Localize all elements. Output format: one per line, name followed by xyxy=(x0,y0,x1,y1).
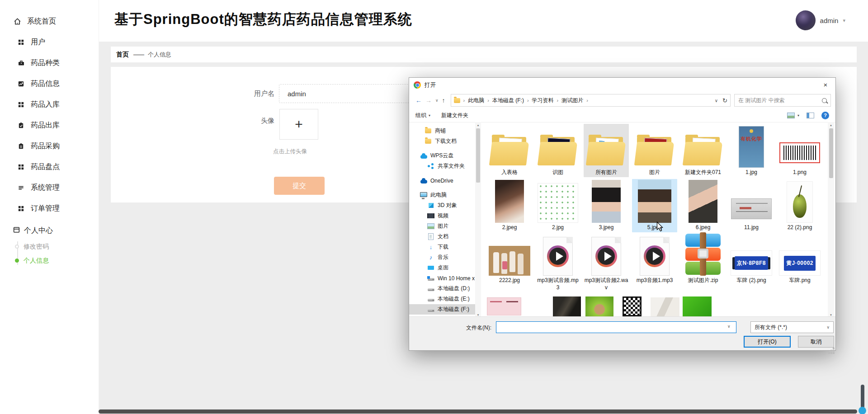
sidebar-item-drug-category[interactable]: 药品种类 xyxy=(0,52,99,73)
open-button[interactable]: 打开(O) xyxy=(744,336,791,348)
help-icon[interactable]: ? xyxy=(821,112,829,119)
file-item[interactable]: 入表格 xyxy=(487,124,532,177)
file-item[interactable]: 22 (2).png xyxy=(777,179,822,232)
nav-item[interactable]: 商铺 xyxy=(409,126,475,136)
filetype-select[interactable]: 所有文件 (*.*) ∨ xyxy=(750,321,834,333)
organize-button[interactable]: 组织 ▾ xyxy=(415,112,430,119)
grid-scrollbar[interactable]: ▴ ▾ xyxy=(828,122,834,318)
nav-item[interactable]: 桌面 xyxy=(409,263,475,273)
nav-item[interactable]: 共享文件夹 xyxy=(409,161,475,171)
scroll-thumb[interactable] xyxy=(476,128,480,183)
file-item[interactable] xyxy=(616,296,648,318)
tree-scrollbar[interactable]: ▴ ▾ xyxy=(475,122,481,318)
scroll-thumb[interactable] xyxy=(829,128,833,178)
view-thumbnails-icon[interactable] xyxy=(787,113,795,118)
vertical-scrollbar[interactable] xyxy=(861,385,864,408)
file-item-hovered[interactable]: 5.jpeg xyxy=(632,179,677,232)
nav-item[interactable]: Win 10 Home x xyxy=(409,273,475,283)
nav-item-selected[interactable]: 本地磁盘 (F:) xyxy=(409,304,475,315)
preview-pane-icon[interactable] xyxy=(807,113,814,118)
file-item[interactable]: 2.jpg xyxy=(535,179,580,232)
sidebar-item-system-admin[interactable]: 系统管理 xyxy=(0,177,99,198)
file-item[interactable] xyxy=(552,296,582,318)
sidebar-item-drug-inbound[interactable]: 药品入库 xyxy=(0,94,99,115)
path-segment[interactable]: 此电脑 xyxy=(468,97,484,104)
avatar[interactable] xyxy=(796,10,816,30)
file-item[interactable]: 有机化学1.jpg xyxy=(729,124,774,177)
scroll-up-icon[interactable]: ▴ xyxy=(828,122,834,128)
cancel-button[interactable]: 取消 xyxy=(798,336,834,348)
nav-item[interactable]: 3D 对象 xyxy=(409,200,475,211)
file-item[interactable]: 黄J·00002车牌.png xyxy=(777,234,822,292)
filename-input[interactable] xyxy=(496,321,736,333)
nav-label: 图片 xyxy=(438,222,448,230)
file-item[interactable] xyxy=(486,296,522,316)
file-item[interactable]: 京N·8P8F8车牌 (2).png xyxy=(729,234,774,292)
new-folder-button[interactable]: 新建文件夹 xyxy=(441,112,468,119)
history-dropdown-icon[interactable]: ∨ xyxy=(435,98,439,103)
file-item[interactable]: 2.jpeg xyxy=(487,179,532,232)
nav-item[interactable]: 本地磁盘 (D:) xyxy=(409,283,475,294)
file-item[interactable]: 6.jpeg xyxy=(680,179,726,232)
file-item[interactable] xyxy=(650,296,680,318)
grid-icon xyxy=(17,38,25,46)
resize-grip[interactable] xyxy=(833,348,835,349)
file-item[interactable]: 2222.jpg xyxy=(487,234,532,292)
path-box[interactable]: › 此电脑 › 本地磁盘 (F:) › 学习资料 › 测试图片 › ∨ ↻ xyxy=(451,94,731,107)
sidebar-item-home[interactable]: 系统首页 xyxy=(0,11,99,32)
nav-item[interactable]: 此电脑 xyxy=(409,190,475,200)
file-item[interactable]: 图片 xyxy=(632,124,677,177)
file-item[interactable]: mp3音频1.mp3 xyxy=(632,234,677,292)
sidebar-item-drug-outbound[interactable]: 药品出库 xyxy=(0,115,99,136)
nav-item[interactable]: ↓下载 xyxy=(409,242,475,252)
address-dropdown-icon[interactable]: ∨ xyxy=(715,98,718,103)
path-segment[interactable]: 测试图片 xyxy=(561,97,583,104)
view-caret-icon[interactable]: ▾ xyxy=(797,113,799,118)
nav-item[interactable]: WPS云盘 xyxy=(409,151,475,161)
file-item[interactable]: 识图 xyxy=(535,124,580,177)
sidebar-item-drug-purchase[interactable]: 药品采购 xyxy=(0,136,99,156)
search-box[interactable]: 在 测试图片 中搜索 xyxy=(734,94,831,107)
nav-item[interactable]: 图片 xyxy=(409,221,475,231)
nav-item[interactable]: OneDrive xyxy=(409,175,475,186)
file-item[interactable] xyxy=(585,296,614,318)
file-item[interactable]: 1.png xyxy=(777,124,822,177)
sidebar-item-users[interactable]: 用户 xyxy=(0,32,99,52)
file-item[interactable] xyxy=(682,296,712,318)
file-item[interactable]: mp3测试音频.mp3 xyxy=(535,234,580,292)
chart-icon xyxy=(17,80,25,88)
nav-item[interactable]: ♪音乐 xyxy=(409,252,475,263)
file-item[interactable]: 3.jpeg xyxy=(584,179,629,232)
nav-item[interactable]: 本地磁盘 (E:) xyxy=(409,294,475,304)
breadcrumb-home[interactable]: 首页 xyxy=(116,51,129,59)
submit-button[interactable]: 提交 xyxy=(274,177,325,195)
sidebar-item-order-admin[interactable]: 订单管理 xyxy=(0,198,99,219)
file-item[interactable]: 测试图片.zip xyxy=(680,234,726,292)
refresh-icon[interactable]: ↻ xyxy=(722,97,727,104)
file-item[interactable]: mp3测试音频2.wav xyxy=(584,234,629,292)
scroll-indicator-dot[interactable] xyxy=(859,407,866,414)
sidebar-item-drug-info[interactable]: 药品信息 xyxy=(0,73,99,94)
sidebar-section-personal[interactable]: 个人中心 xyxy=(0,221,99,240)
file-item[interactable]: 新建文件夹071 xyxy=(680,124,726,177)
file-item[interactable]: 11.jpg xyxy=(729,179,774,232)
close-button[interactable]: × xyxy=(816,78,835,91)
sidebar-item-drug-stocktake[interactable]: 药品盘点 xyxy=(0,156,99,177)
horizontal-scrollbar[interactable] xyxy=(99,409,857,414)
filename-dropdown-icon[interactable]: ∨ xyxy=(727,324,731,329)
avatar-upload-box[interactable]: + xyxy=(279,109,318,140)
nav-item[interactable]: 视频 xyxy=(409,211,475,221)
sidebar-item-change-password[interactable]: 修改密码 xyxy=(0,240,99,254)
forward-button[interactable]: → xyxy=(425,97,432,104)
file-item-selected[interactable]: 所有图片 xyxy=(584,124,629,177)
nav-item[interactable]: 文档 xyxy=(409,231,475,242)
sidebar-item-personal-info[interactable]: 个人信息 xyxy=(0,254,99,268)
path-segment[interactable]: 学习资料 xyxy=(532,97,554,104)
dialog-titlebar[interactable]: 打开 xyxy=(409,78,835,92)
back-button[interactable]: ← xyxy=(415,97,422,104)
up-button[interactable]: ↑ xyxy=(442,97,445,104)
path-segment[interactable]: 本地磁盘 (F:) xyxy=(492,97,524,104)
nav-item[interactable]: 下载文档 xyxy=(409,136,475,146)
scroll-up-icon[interactable]: ▴ xyxy=(475,122,481,128)
user-menu[interactable]: admin ▾ xyxy=(796,10,845,30)
